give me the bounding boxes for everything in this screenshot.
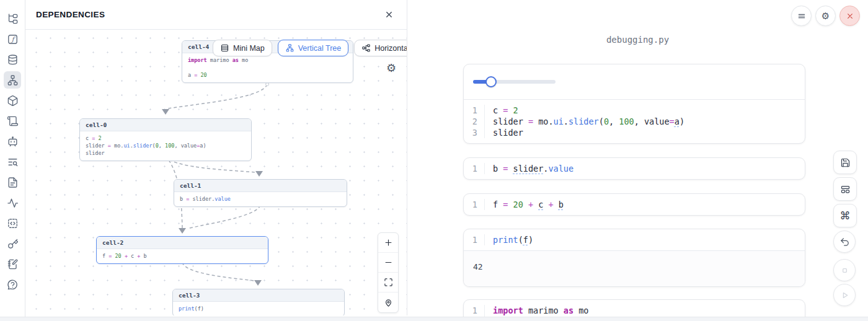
shutdown-button[interactable] <box>839 6 860 26</box>
code-token: mo <box>239 57 248 63</box>
settings-button[interactable]: ⚙ <box>815 6 836 26</box>
code-token: print <box>179 306 195 312</box>
dependency-graph-canvas[interactable]: cell-4import marimo as mo a = 20cell-0c … <box>25 30 407 315</box>
package-icon[interactable] <box>4 92 21 109</box>
code-token: import <box>493 306 523 315</box>
notebook-cell-b-cell: 1b = slider.value <box>463 157 805 180</box>
stop-button[interactable] <box>833 259 856 281</box>
code-token: c <box>128 253 137 259</box>
code-text: c = 2 <box>485 105 518 116</box>
code-editor[interactable]: 1print(f) <box>464 229 805 250</box>
graph-node-code: import marimo as mo a = 20 <box>182 53 353 82</box>
code-token: c <box>493 105 503 115</box>
help-icon[interactable] <box>4 276 21 293</box>
locate-pin-button[interactable] <box>378 292 398 312</box>
fit-view-button[interactable] <box>378 273 398 292</box>
dependency-graph-icon[interactable] <box>4 71 21 89</box>
minimap-button[interactable]: Mini Map <box>213 40 272 56</box>
code-token: 20 <box>513 200 523 209</box>
cell-output-text: 42 <box>464 250 805 286</box>
flow-controls <box>378 232 399 313</box>
map-pin-icon <box>384 298 393 307</box>
code-editor[interactable]: 1b = slider.value <box>464 158 805 179</box>
code-token: a <box>188 72 194 78</box>
graph-settings-gear-icon[interactable]: ⚙ <box>385 62 397 74</box>
code-token: f <box>493 200 503 209</box>
code-token: 100 <box>165 143 174 149</box>
function-icon[interactable]: ƒ <box>4 30 21 48</box>
code-token: (f) <box>195 306 204 312</box>
undo-button[interactable] <box>833 231 856 253</box>
menu-button[interactable] <box>791 6 812 26</box>
graph-node-cell-0[interactable]: cell-0c = 2slider = mo.ui.slider(0, 100,… <box>79 118 252 161</box>
plus-icon <box>384 238 393 247</box>
graph-node-code: print(f) <box>173 302 344 315</box>
horizontal-tree-button[interactable]: Horizontal Tree <box>354 40 407 56</box>
graph-node-title: cell-3 <box>173 289 344 302</box>
code-token: ui <box>554 117 564 126</box>
scratchpad-icon[interactable] <box>4 255 21 273</box>
secrets-key-icon[interactable] <box>4 235 21 252</box>
database-icon[interactable] <box>4 51 21 68</box>
code-token: c <box>86 135 92 141</box>
keyboard-shortcuts-button[interactable]: ⌘ <box>833 204 857 227</box>
close-panel-button[interactable] <box>381 7 396 22</box>
top-actions: ⚙ <box>791 6 860 26</box>
code-token: as <box>564 306 574 315</box>
svg-text:ƒ: ƒ <box>10 35 16 42</box>
line-number: 1 <box>464 305 485 316</box>
hamburger-menu-icon <box>797 11 807 21</box>
graph-node-cell-1[interactable]: cell-1b = slider.value <box>174 179 347 207</box>
code-token: ) <box>203 143 206 149</box>
code-token: , value <box>634 117 670 126</box>
rows-icon <box>220 43 229 53</box>
minus-icon <box>384 258 393 267</box>
vertical-tree-button[interactable]: Vertical Tree <box>278 40 348 56</box>
code-editor[interactable]: 1f = 20 + c + b <box>464 194 805 215</box>
graph-node-code: b = slider.value <box>174 192 347 206</box>
cell-output-slider <box>464 64 805 100</box>
code-token: slider <box>513 164 544 174</box>
code-token: , <box>159 143 165 149</box>
graph-node-cell-2[interactable]: cell-2f = 20 + c + b <box>96 236 268 264</box>
ai-chat-icon[interactable] <box>4 133 21 150</box>
code-line: 1b = slider.value <box>464 163 805 174</box>
activity-icon[interactable] <box>4 194 21 211</box>
code-token: ( <box>518 235 523 245</box>
code-token: ) <box>528 235 533 245</box>
code-text: slider = mo.ui.slider(0, 100, value=a) <box>485 116 684 127</box>
scroll-icon[interactable] <box>4 112 21 130</box>
slider-thumb[interactable] <box>485 76 497 87</box>
snippets-icon[interactable] <box>4 214 21 232</box>
dependencies-panel: DEPENDENCIES cell-4import mar <box>25 0 407 315</box>
code-token: slider <box>569 117 599 126</box>
code-token: a <box>675 117 680 126</box>
file-tree-icon[interactable] <box>4 10 21 27</box>
graph-node-cell-3[interactable]: cell-3print(f) <box>172 289 345 315</box>
save-button[interactable] <box>833 151 857 174</box>
layout-panels-icon <box>840 184 851 195</box>
outline-search-icon[interactable] <box>4 153 21 170</box>
code-token: 20 <box>115 253 122 259</box>
sidebar: ƒ <box>0 0 25 321</box>
code-text: import marimo as mo <box>485 305 588 316</box>
zoom-in-button[interactable] <box>378 233 398 253</box>
document-icon[interactable] <box>4 174 21 191</box>
code-line: 2slider = mo.ui.slider(0, 100, value=a) <box>464 116 805 127</box>
line-number: 1 <box>464 105 485 116</box>
code-editor[interactable]: 1c = 22slider = mo.ui.slider(0, 100, val… <box>464 100 805 143</box>
code-token: , <box>609 117 619 126</box>
stop-icon <box>839 265 850 276</box>
zoom-out-button[interactable] <box>378 253 398 273</box>
line-number: 1 <box>464 234 485 245</box>
code-token: + <box>549 200 554 209</box>
slider-widget[interactable] <box>473 76 556 87</box>
graph-node-title: cell-1 <box>174 180 347 192</box>
code-token: 0 <box>604 117 609 126</box>
code-token <box>508 164 513 174</box>
undo-icon <box>839 237 850 247</box>
run-button[interactable] <box>833 284 856 306</box>
panel-title: DEPENDENCIES <box>36 10 105 19</box>
layout-button[interactable] <box>833 177 857 201</box>
close-icon <box>384 10 394 19</box>
